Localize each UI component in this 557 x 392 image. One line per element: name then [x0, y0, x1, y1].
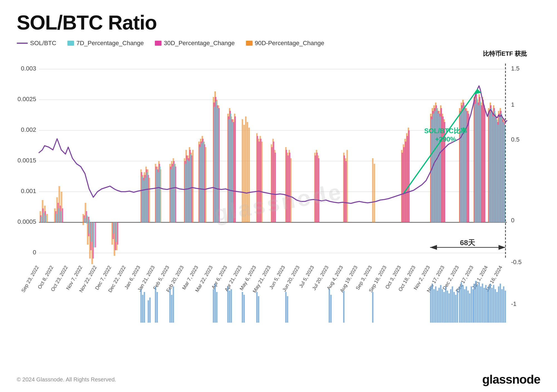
svg-rect-314 [492, 116, 494, 222]
svg-rect-350 [433, 289, 435, 323]
svg-rect-315 [494, 111, 495, 222]
svg-rect-216 [275, 153, 276, 222]
svg-rect-357 [445, 286, 446, 323]
svg-rect-383 [488, 286, 489, 323]
svg-rect-244 [468, 114, 469, 222]
svg-rect-317 [497, 125, 499, 222]
svg-rect-359 [448, 293, 450, 323]
svg-rect-210 [234, 116, 236, 222]
svg-rect-280 [158, 172, 159, 222]
svg-rect-342 [285, 292, 287, 323]
svg-rect-325 [148, 300, 149, 323]
svg-rect-224 [345, 161, 347, 222]
svg-rect-213 [260, 139, 262, 222]
svg-rect-354 [440, 285, 441, 323]
svg-text:0.0025: 0.0025 [18, 96, 36, 103]
legend-color-90d [246, 41, 253, 46]
svg-rect-282 [170, 169, 172, 222]
svg-rect-285 [185, 164, 186, 222]
svg-rect-346 [343, 291, 345, 323]
svg-rect-381 [485, 285, 487, 323]
legend-label-7d: 7D_Percentage_Change [76, 40, 144, 47]
svg-rect-334 [216, 292, 218, 323]
svg-rect-180 [117, 222, 118, 245]
svg-rect-330 [171, 295, 172, 323]
svg-rect-380 [483, 288, 485, 323]
svg-rect-277 [145, 178, 146, 222]
svg-rect-364 [457, 289, 458, 323]
svg-rect-308 [475, 104, 476, 222]
legend-color-solbtc [17, 43, 28, 44]
svg-rect-335 [227, 286, 229, 323]
svg-rect-263 [43, 213, 44, 222]
svg-rect-363 [455, 295, 456, 323]
svg-rect-392 [503, 286, 504, 323]
svg-text:Jul 5, 2023: Jul 5, 2023 [298, 265, 315, 289]
svg-rect-284 [174, 164, 175, 222]
svg-rect-221 [316, 153, 318, 222]
legend-color-7d [67, 41, 74, 46]
legend-label-30d: 30D_Percentage_Change [164, 40, 234, 47]
svg-rect-171 [62, 208, 63, 222]
svg-rect-348 [430, 286, 431, 323]
svg-text:SOL/BTC比率: SOL/BTC比率 [424, 127, 467, 135]
svg-rect-293 [216, 101, 217, 222]
legend-color-30d [155, 41, 162, 46]
svg-rect-264 [45, 215, 47, 222]
svg-rect-378 [480, 286, 482, 323]
svg-rect-275 [141, 176, 143, 222]
svg-rect-276 [143, 181, 145, 222]
svg-rect-370 [467, 291, 469, 323]
svg-rect-361 [452, 286, 453, 323]
svg-rect-339 [243, 295, 245, 323]
svg-rect-286 [187, 160, 188, 222]
svg-rect-296 [230, 114, 231, 222]
svg-rect-336 [229, 291, 230, 323]
svg-rect-266 [58, 208, 59, 222]
svg-rect-323 [142, 295, 143, 323]
svg-rect-313 [491, 108, 492, 222]
svg-rect-268 [84, 218, 85, 222]
svg-rect-309 [476, 98, 478, 222]
svg-text:1: 1 [511, 101, 514, 108]
svg-text:0.001: 0.001 [21, 188, 36, 194]
svg-rect-211 [257, 136, 258, 222]
svg-rect-329 [169, 289, 171, 323]
svg-rect-222 [318, 158, 319, 222]
svg-text:0.0005: 0.0005 [18, 218, 36, 225]
legend-item-solbtc: SOL/BTC [17, 40, 56, 47]
svg-rect-327 [155, 286, 156, 323]
svg-rect-366 [461, 282, 462, 323]
svg-rect-269 [86, 215, 88, 224]
svg-rect-372 [471, 286, 472, 323]
chart-legend: SOL/BTC 7D_Percentage_Change 30D_Percent… [17, 40, 540, 47]
svg-rect-251 [484, 108, 485, 222]
page-title: SOL/BTC Ratio [17, 11, 540, 34]
svg-rect-319 [501, 114, 502, 222]
legend-item-90d: 90D-Percentage_Change [246, 40, 324, 47]
svg-rect-345 [330, 295, 332, 323]
svg-rect-322 [140, 289, 142, 323]
svg-rect-227 [405, 142, 406, 222]
svg-rect-391 [501, 289, 503, 323]
svg-rect-369 [466, 286, 467, 323]
svg-rect-127 [374, 164, 375, 222]
svg-rect-214 [271, 147, 273, 222]
svg-rect-312 [489, 114, 490, 222]
svg-rect-104 [242, 119, 243, 222]
svg-rect-341 [258, 296, 259, 323]
svg-rect-362 [453, 292, 455, 323]
svg-text:-1: -1 [511, 300, 517, 307]
etf-label: 比特币ETF 获批 [483, 50, 527, 58]
svg-rect-217 [286, 150, 287, 222]
svg-rect-316 [496, 119, 497, 222]
footer: © 2024 Glassnode. All Rights Reserved. g… [17, 372, 540, 386]
svg-text:Sep 23, 2022: Sep 23, 2022 [20, 265, 40, 293]
svg-rect-379 [482, 284, 483, 323]
svg-rect-228 [407, 136, 408, 222]
svg-rect-287 [188, 161, 190, 222]
page-container: SOL/BTC Ratio SOL/BTC 7D_Percentage_Chan… [0, 0, 557, 392]
svg-text:-0.5: -0.5 [511, 259, 522, 266]
svg-rect-328 [157, 292, 158, 323]
svg-rect-320 [502, 122, 504, 222]
